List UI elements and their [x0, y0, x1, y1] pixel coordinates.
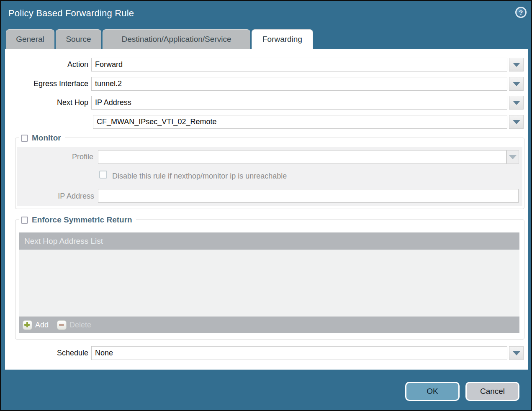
plus-icon — [23, 320, 32, 330]
chevron-down-icon — [513, 351, 520, 355]
monitor-section-title: Monitor — [32, 133, 61, 143]
tab-label: Source — [66, 35, 91, 44]
next-hop-dropdown-button[interactable] — [509, 96, 524, 110]
action-label: Action — [5, 60, 88, 69]
add-button[interactable]: Add — [23, 320, 49, 330]
forwarding-tab-panel: Action Egress Interface Next Hop Monitor… — [5, 49, 528, 370]
enforce-symmetric-return-section: Enforce Symmetric Return Next Hop Addres… — [15, 220, 524, 340]
next-hop-address-dropdown-button[interactable] — [509, 115, 524, 129]
delete-button: Delete — [57, 320, 91, 330]
next-hop-address-list-header: Next Hop Address List — [19, 232, 519, 250]
ok-button[interactable]: OK — [405, 382, 460, 401]
tab-forwarding[interactable]: Forwarding — [252, 29, 313, 49]
profile-label: Profile — [15, 153, 93, 161]
next-hop-address-field[interactable] — [93, 115, 507, 129]
enforce-symmetric-return-legend: Enforce Symmetric Return — [19, 214, 136, 225]
next-hop-type-field[interactable] — [91, 96, 507, 110]
action-dropdown-button[interactable] — [509, 58, 524, 71]
minus-icon — [57, 320, 67, 330]
enforce-symmetric-return-checkbox[interactable] — [21, 217, 28, 224]
tab-source[interactable]: Source — [56, 29, 101, 49]
next-hop-address-list-toolbar: Add Delete — [19, 317, 519, 333]
help-icon[interactable]: ? — [515, 7, 527, 18]
add-button-label: Add — [35, 321, 49, 329]
egress-interface-dropdown-button[interactable] — [509, 77, 524, 91]
tab-general[interactable]: General — [6, 29, 54, 49]
monitor-checkbox[interactable] — [21, 135, 28, 142]
egress-interface-label: Egress Interface — [5, 79, 88, 88]
schedule-dropdown-button[interactable] — [509, 346, 524, 360]
tab-label: Destination/Application/Service — [122, 35, 231, 44]
tab-bar: General Source Destination/Application/S… — [6, 29, 313, 49]
column-header: Next Hop Address List — [24, 237, 103, 246]
schedule-label: Schedule — [5, 349, 88, 357]
disable-rule-checkbox — [99, 171, 107, 179]
egress-interface-field[interactable] — [91, 77, 507, 91]
cancel-button[interactable]: Cancel — [465, 382, 519, 401]
tab-destination-application-service[interactable]: Destination/Application/Service — [103, 29, 250, 49]
action-field[interactable] — [91, 58, 507, 71]
profile-dropdown-button — [506, 150, 519, 164]
dialog-title: Policy Based Forwarding Rule — [8, 8, 134, 19]
chevron-down-icon — [513, 101, 520, 105]
next-hop-address-list-table: Next Hop Address List Add Delete — [19, 232, 519, 333]
monitor-section: Monitor Profile Disable this rule if nex… — [15, 138, 524, 209]
schedule-field[interactable] — [91, 346, 507, 360]
monitor-legend: Monitor — [19, 133, 65, 143]
monitor-ip-address-label: IP Address — [15, 192, 94, 201]
chevron-down-icon — [513, 63, 520, 67]
profile-field — [98, 150, 506, 164]
next-hop-label: Next Hop — [5, 98, 88, 107]
chevron-down-icon — [513, 82, 520, 86]
chevron-down-icon — [509, 155, 517, 159]
enforce-symmetric-return-title: Enforce Symmetric Return — [32, 215, 132, 225]
next-hop-address-list — [19, 250, 519, 317]
tab-label: Forwarding — [262, 35, 302, 44]
disable-rule-label: Disable this rule if nexthop/monitor ip … — [112, 172, 287, 181]
chevron-down-icon — [513, 120, 520, 124]
delete-button-label: Delete — [69, 321, 91, 329]
tab-label: General — [16, 35, 44, 44]
monitor-ip-address-field — [98, 189, 519, 203]
